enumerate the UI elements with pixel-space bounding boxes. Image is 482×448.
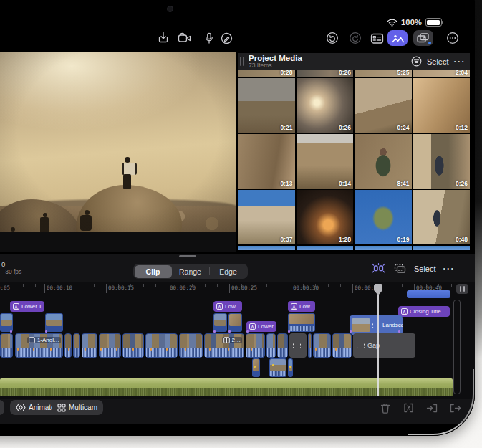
timeline-body[interactable]: 00:00:05 00:00:10 00:00:15 00:00:20 00:0…: [0, 282, 475, 399]
clip-duration: 0:19: [397, 236, 409, 243]
media-thumbnail[interactable]: 0:21: [238, 78, 295, 133]
media-thumbnail[interactable]: 0:13: [238, 134, 295, 189]
ruler-label: 00:00:20: [170, 285, 196, 291]
clips-add-icon[interactable]: [413, 30, 433, 46]
storyline-clip[interactable]: [122, 333, 144, 358]
connected-clip[interactable]: [269, 358, 286, 377]
storyline-clip[interactable]: [266, 333, 276, 358]
media-thumbnail[interactable]: 0:26: [297, 78, 354, 133]
clip-duration: 1:28: [339, 236, 351, 243]
title-clip-label: Closing Title: [410, 308, 441, 315]
storyline-clip[interactable]: [64, 333, 72, 358]
media-thumbnail[interactable]: 2:04: [413, 70, 471, 77]
storyline-clip[interactable]: [246, 333, 265, 358]
clip-label: 2…: [232, 337, 241, 343]
connected-clip[interactable]: [213, 313, 227, 332]
media-thumbnail[interactable]: 1:28: [297, 190, 354, 244]
timeline-header: 0 - 30 fps Clip Range Edge Selec: [0, 259, 475, 282]
storyline-clip[interactable]: [277, 333, 288, 358]
timeline-select-button[interactable]: Select: [414, 264, 436, 273]
storyline-clip[interactable]: [82, 333, 97, 358]
media-thumbnail[interactable]: 0:24: [355, 78, 412, 133]
camera-icon[interactable]: [175, 29, 195, 47]
clips-overlay-icon[interactable]: [393, 262, 407, 275]
gap-clip-small[interactable]: [289, 333, 307, 358]
storyline-clip[interactable]: [99, 333, 121, 358]
media-thumbnail[interactable]: [238, 246, 295, 250]
vertical-scrollbar[interactable]: [453, 300, 461, 394]
storyline-clip[interactable]: [313, 333, 331, 358]
storyline-clip[interactable]: [332, 333, 352, 358]
media-thumbnail[interactable]: 0:12: [413, 78, 471, 133]
closing-title-clip[interactable]: A Closing Title: [398, 306, 450, 317]
ruler-label: 00:00:10: [47, 285, 72, 291]
title-a-icon: A: [401, 308, 408, 315]
title-clip[interactable]: A Lower…: [246, 321, 276, 332]
connected-clip[interactable]: [45, 313, 63, 332]
multicam-label: Multicam: [69, 404, 97, 411]
project-format-fragment: - 30 fps: [1, 268, 21, 275]
multicam-button[interactable]: Multicam: [52, 400, 103, 415]
clip-duration: 0:28: [280, 70, 292, 76]
media-thumbnail[interactable]: [297, 246, 354, 250]
clip-label: 1-Angl…: [37, 337, 59, 343]
storyline-clip[interactable]: [145, 333, 178, 358]
storyline-clip[interactable]: [73, 333, 80, 358]
battery-icon: [425, 18, 442, 27]
pencil-circle-icon[interactable]: [216, 29, 236, 47]
media-thumbnail[interactable]: [413, 246, 471, 250]
media-thumbnail[interactable]: 5:25: [355, 70, 412, 77]
connected-clip[interactable]: [288, 313, 315, 332]
media-thumbnail[interactable]: 0:28: [238, 70, 295, 77]
import-icon[interactable]: [153, 29, 173, 47]
media-thumbnail[interactable]: 0:48: [413, 190, 471, 244]
audio-track[interactable]: [0, 378, 453, 396]
storyline-clip[interactable]: [179, 333, 203, 358]
insert-right-icon: [448, 401, 461, 414]
media-thumbnail[interactable]: 0:26: [413, 134, 471, 189]
playhead-line: [377, 285, 379, 396]
storyline-clip[interactable]: [308, 333, 312, 358]
storyline-clip[interactable]: [0, 333, 13, 358]
landscape-clip[interactable]: Landscap…: [350, 315, 403, 335]
title-clip[interactable]: A Low…: [288, 301, 315, 312]
title-clip[interactable]: A Low…: [213, 301, 242, 312]
adjust-panel-icon[interactable]: [367, 29, 387, 47]
playhead[interactable]: [374, 284, 382, 295]
panel-divider-handle[interactable]: [179, 255, 196, 257]
filter-circle-icon[interactable]: [411, 56, 422, 67]
browser-select-button[interactable]: Select: [427, 57, 449, 66]
redo-icon: [345, 29, 365, 47]
wifi-icon: [387, 19, 397, 27]
media-thumbnail[interactable]: 0:19: [355, 190, 412, 244]
media-thumbnail[interactable]: [355, 246, 412, 250]
more-circle-icon[interactable]: [443, 29, 463, 47]
clipped-button[interactable]: [0, 400, 4, 415]
magnetic-timeline-icon[interactable]: [371, 262, 386, 275]
connected-clip[interactable]: [0, 313, 13, 332]
multicam-clip[interactable]: 2…: [204, 333, 244, 358]
gap-clip[interactable]: Gap: [353, 333, 415, 358]
media-thumbnail[interactable]: 0:14: [297, 134, 354, 189]
pause-box-icon[interactable]: [456, 284, 468, 294]
timeline-more-button[interactable]: ···: [443, 264, 456, 274]
title-clip[interactable]: A Lower T…: [10, 301, 44, 312]
undo-icon[interactable]: [322, 29, 342, 47]
preview-image[interactable]: [0, 52, 236, 232]
panel-grip-icon[interactable]: [240, 57, 241, 66]
tab-range[interactable]: Range: [172, 265, 209, 278]
photos-browser-icon[interactable]: [387, 30, 408, 46]
tab-clip[interactable]: Clip: [135, 265, 172, 278]
browser-title: Project Media: [249, 54, 302, 62]
media-thumbnail[interactable]: 0:37: [238, 190, 295, 244]
connected-clip-bar[interactable]: [407, 290, 450, 298]
multicam-clip[interactable]: 1-Angl…: [15, 333, 63, 358]
connected-clip[interactable]: [288, 358, 293, 377]
tab-edge[interactable]: Edge: [210, 265, 247, 278]
media-thumbnail[interactable]: 0:26: [297, 70, 354, 77]
connected-clip[interactable]: [228, 313, 242, 332]
browser-more-button[interactable]: ···: [454, 57, 466, 67]
media-thumbnail[interactable]: 8:41: [355, 134, 412, 189]
connected-clip[interactable]: [252, 358, 260, 377]
panel-grip-icon[interactable]: [243, 57, 244, 66]
